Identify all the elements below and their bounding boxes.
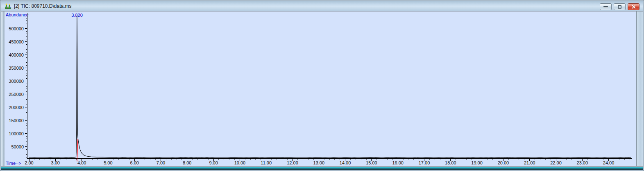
svg-text:18.00: 18.00 bbox=[445, 160, 456, 165]
svg-text:8.00: 8.00 bbox=[183, 160, 191, 165]
titlebar[interactable]: [2] TIC: 809710.D\data.ms bbox=[1, 1, 643, 11]
svg-text:6.00: 6.00 bbox=[130, 160, 138, 165]
svg-text:250000: 250000 bbox=[9, 92, 24, 97]
svg-text:13.00: 13.00 bbox=[313, 160, 325, 165]
window-title: [2] TIC: 809710.D\data.ms bbox=[14, 3, 72, 9]
svg-text:15.00: 15.00 bbox=[366, 160, 377, 165]
minimize-button[interactable] bbox=[600, 3, 612, 10]
window-controls bbox=[600, 3, 639, 10]
svg-text:16.00: 16.00 bbox=[392, 160, 404, 165]
svg-text:200000: 200000 bbox=[9, 105, 24, 110]
maximize-icon bbox=[618, 5, 621, 9]
svg-text:5.00: 5.00 bbox=[104, 160, 112, 165]
close-icon bbox=[631, 5, 636, 9]
svg-text:12.00: 12.00 bbox=[287, 160, 298, 165]
frame-bottom-edge bbox=[1, 169, 643, 170]
svg-text:150000: 150000 bbox=[9, 118, 24, 123]
svg-text:24.00: 24.00 bbox=[603, 160, 615, 165]
svg-text:2.00: 2.00 bbox=[25, 160, 33, 165]
svg-text:22.00: 22.00 bbox=[550, 160, 562, 165]
svg-text:10.00: 10.00 bbox=[234, 160, 246, 165]
svg-text:Time-->: Time--> bbox=[6, 161, 21, 166]
svg-text:300000: 300000 bbox=[9, 79, 24, 84]
svg-text:7.00: 7.00 bbox=[156, 160, 165, 165]
svg-text:4.00: 4.00 bbox=[77, 160, 86, 165]
svg-text:Abundance: Abundance bbox=[6, 12, 29, 17]
svg-text:450000: 450000 bbox=[9, 39, 24, 44]
chromatogram-window: [2] TIC: 809710.D\data.ms AbundanceTime-… bbox=[0, 0, 644, 171]
svg-text:9.00: 9.00 bbox=[209, 160, 218, 165]
window-frame-left bbox=[1, 11, 5, 166]
svg-text:21.00: 21.00 bbox=[524, 160, 535, 165]
svg-text:20.00: 20.00 bbox=[498, 160, 509, 165]
svg-text:23.00: 23.00 bbox=[577, 160, 588, 165]
svg-text:400000: 400000 bbox=[9, 52, 24, 57]
svg-text:50000: 50000 bbox=[11, 144, 24, 149]
svg-text:500000: 500000 bbox=[9, 26, 24, 31]
chromatogram-app-icon bbox=[5, 3, 11, 9]
chromatogram-plot[interactable]: AbundanceTime-->3.8202.003.004.005.006.0… bbox=[5, 11, 636, 167]
svg-text:11.00: 11.00 bbox=[261, 160, 272, 165]
svg-text:350000: 350000 bbox=[9, 66, 24, 71]
svg-text:14.00: 14.00 bbox=[340, 160, 351, 165]
svg-text:17.00: 17.00 bbox=[419, 160, 430, 165]
svg-text:19.00: 19.00 bbox=[471, 160, 483, 165]
svg-text:3.00: 3.00 bbox=[51, 160, 60, 165]
svg-text:100000: 100000 bbox=[9, 131, 24, 136]
chromatogram-canvas[interactable]: AbundanceTime-->3.8202.003.004.005.006.0… bbox=[5, 11, 636, 167]
window-frame-right bbox=[636, 11, 643, 166]
close-button[interactable] bbox=[628, 3, 639, 10]
minimize-icon bbox=[603, 6, 608, 7]
maximize-button[interactable] bbox=[614, 3, 626, 10]
